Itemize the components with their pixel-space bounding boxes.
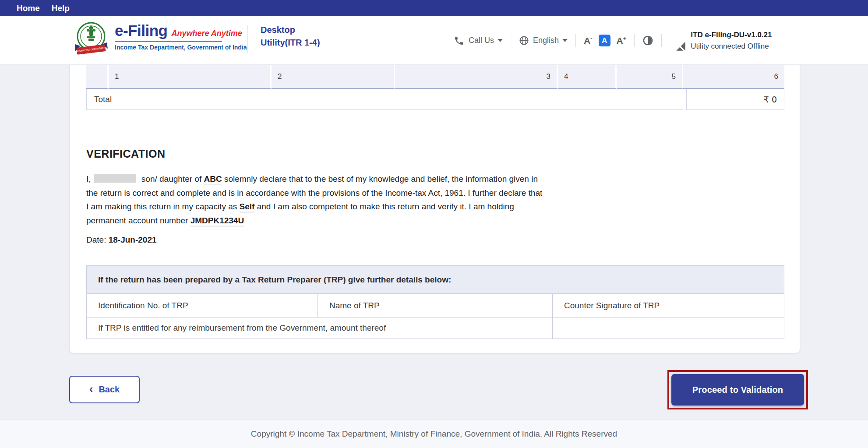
trp-reimbursement-value-cell[interactable] xyxy=(553,317,784,339)
total-label: Total xyxy=(86,89,683,110)
header-divider xyxy=(247,25,248,53)
font-normal-button[interactable]: A xyxy=(599,35,610,46)
trp-name-label: Name of TRP xyxy=(318,294,553,317)
globe-icon[interactable] xyxy=(519,35,529,46)
declarant-name-redacted xyxy=(94,174,136,183)
top-menu-bar: Home Help xyxy=(0,0,868,16)
summary-table: 1 2 3 4 5 6 Total ₹ 0 xyxy=(86,65,784,110)
proceed-highlight-box: Proceed to Validation xyxy=(667,370,808,409)
divider xyxy=(575,34,576,47)
brand-org-line: Income Tax Department, Government of Ind… xyxy=(115,44,247,51)
font-decrease-button[interactable]: A- xyxy=(584,35,593,46)
decl-after-name: son/ daughter of xyxy=(141,174,201,183)
language-caret-icon[interactable] xyxy=(562,39,568,42)
network-offline-icon xyxy=(675,40,686,52)
proceed-to-validation-button[interactable]: Proceed to Validation xyxy=(671,374,804,406)
brand-name: e-Filing xyxy=(115,22,167,39)
summary-col-5: 5 xyxy=(617,65,683,89)
summary-table-header-row: 1 2 3 4 5 6 xyxy=(86,65,784,89)
date-label: Date: xyxy=(86,235,106,244)
emblem-icon: INCOME TAX DEPARTMENT xyxy=(74,20,109,61)
contrast-toggle-icon[interactable] xyxy=(642,35,653,46)
trp-identification-label: Identification No. of TRP xyxy=(87,294,318,317)
trp-reimbursement-row: If TRP is entitled for any reimbursement… xyxy=(87,317,784,339)
summary-col-3: 3 xyxy=(395,65,558,89)
summary-col-1: 1 xyxy=(109,65,272,89)
brand-tagline: Anywhere Anytime xyxy=(171,29,242,38)
page-title: Desktop Utility(ITR 1-4) xyxy=(261,24,320,49)
capacity-value: Self xyxy=(240,202,255,213)
decl-intro: I, xyxy=(86,174,91,183)
phone-icon[interactable] xyxy=(454,35,464,46)
income-tax-emblem-logo: INCOME TAX DEPARTMENT xyxy=(74,20,109,63)
trp-counter-signature-label: Counter Signature of TRP xyxy=(553,294,784,317)
summary-col-6: 6 xyxy=(683,65,784,89)
form-card: 1 2 3 4 5 6 Total ₹ 0 VERIFICATION I, so… xyxy=(69,65,800,353)
trp-reimbursement-label: If TRP is entitled for any reimbursement… xyxy=(87,317,553,339)
app-header: INCOME TAX DEPARTMENT e-Filing Anywhere … xyxy=(0,16,868,65)
desktop-utility-window: Home Help INCOME TAX DEPARTMENT xyxy=(0,0,868,448)
menu-home[interactable]: Home xyxy=(17,4,40,13)
summary-col-blank xyxy=(86,65,109,89)
connection-status-text: Utility connected Offline xyxy=(691,41,769,52)
verification-heading: VERIFICATION xyxy=(86,148,166,160)
page-title-line1: Desktop xyxy=(261,24,320,36)
footer: Copyright © Income Tax Department, Minis… xyxy=(0,420,868,448)
father-name-value: ABC xyxy=(204,174,222,185)
font-increase-button[interactable]: A+ xyxy=(617,35,627,46)
utility-version: ITD e-Filing-DU-v1.0.21 xyxy=(691,29,772,40)
divider xyxy=(661,34,662,47)
summary-col-2: 2 xyxy=(272,65,395,89)
copyright-text: Copyright © Income Tax Department, Minis… xyxy=(251,429,617,439)
divider xyxy=(511,34,511,47)
pan-value: JMDPK1234U xyxy=(191,216,244,227)
call-us-caret-icon[interactable] xyxy=(498,39,503,42)
date-line: Date: 18-Jun-2021 xyxy=(86,235,157,245)
verification-declaration: I, son/ daughter of ABC solemnly declare… xyxy=(86,172,545,227)
trp-table: If the return has been prepared by a Tax… xyxy=(86,265,784,339)
connection-status-block: ITD e-Filing-DU-v1.0.21 Utility connecte… xyxy=(675,29,772,52)
brand-green-rule xyxy=(115,41,222,42)
back-button[interactable]: ‹ Back xyxy=(69,376,140,403)
efiling-wordmark: e-Filing Anywhere Anytime Income Tax Dep… xyxy=(115,22,247,51)
total-amount: ₹ 0 xyxy=(686,89,784,110)
page-title-line2: Utility(ITR 1-4) xyxy=(261,36,320,49)
chevron-left-icon: ‹ xyxy=(89,385,93,393)
trp-columns-row: Identification No. of TRP Name of TRP Co… xyxy=(87,294,784,317)
summary-col-4: 4 xyxy=(558,65,617,89)
divider xyxy=(634,34,635,47)
menu-help[interactable]: Help xyxy=(52,4,70,13)
header-controls: Call Us English A- A A+ ITD e-Filing-D xyxy=(454,16,772,65)
language-select[interactable]: English xyxy=(533,36,559,45)
call-us-button[interactable]: Call Us xyxy=(469,36,494,45)
back-button-label: Back xyxy=(99,385,120,395)
summary-total-row: Total ₹ 0 xyxy=(86,89,784,110)
date-value: 18-Jun-2021 xyxy=(109,235,157,244)
trp-table-header: If the return has been prepared by a Tax… xyxy=(87,266,784,294)
